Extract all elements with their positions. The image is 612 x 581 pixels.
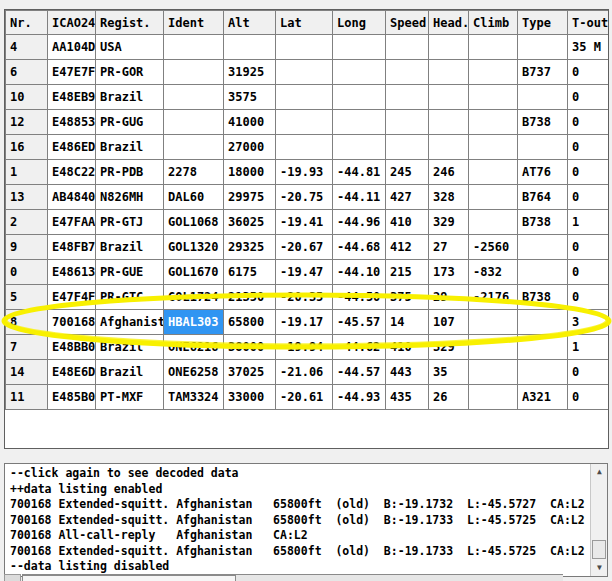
cell-long[interactable] <box>333 85 386 110</box>
cell-speed[interactable] <box>386 135 429 160</box>
cell-ident[interactable]: ONE6216 <box>164 335 224 360</box>
cell-lat[interactable]: -19.94 <box>276 335 333 360</box>
cell-lat[interactable]: -20.75 <box>276 185 333 210</box>
horizontal-scrollbar-thumb[interactable] <box>22 575 236 581</box>
cell-head[interactable]: 329 <box>429 210 469 235</box>
column-header-t-out[interactable]: T-out <box>568 11 609 35</box>
row-header[interactable]: 0 <box>6 260 48 285</box>
cell-lat[interactable] <box>276 60 333 85</box>
cell-ident[interactable]: GOL1724 <box>164 285 224 310</box>
cell-alt[interactable]: 41000 <box>224 110 276 135</box>
cell-regist[interactable]: Brazil <box>96 235 164 260</box>
cell-type[interactable]: B737 <box>518 60 568 85</box>
cell-alt[interactable]: 18000 <box>224 160 276 185</box>
cell-long[interactable] <box>333 60 386 85</box>
cell-t-out[interactable]: 0 <box>568 85 609 110</box>
cell-climb[interactable] <box>469 310 518 335</box>
cell-climb[interactable] <box>469 85 518 110</box>
log-vertical-scrollbar[interactable]: ▲ ▼ <box>590 464 607 576</box>
cell-t-out[interactable]: 0 <box>568 360 609 385</box>
cell-speed[interactable]: 443 <box>386 360 429 385</box>
cell-climb[interactable]: -2176 <box>469 285 518 310</box>
row-header[interactable]: 8 <box>6 310 48 335</box>
scroll-up-button[interactable]: ▲ <box>591 464 608 480</box>
cell-alt[interactable]: 33000 <box>224 385 276 410</box>
cell-long[interactable] <box>333 35 386 60</box>
cell-regist[interactable]: Brazil <box>96 360 164 385</box>
cell-ident[interactable]: ONE6258 <box>164 360 224 385</box>
cell-speed[interactable]: 410 <box>386 210 429 235</box>
cell-long[interactable]: -44.57 <box>333 360 386 385</box>
cell-speed[interactable]: 427 <box>386 185 429 210</box>
cell-lat[interactable]: -19.93 <box>276 160 333 185</box>
cell-head[interactable]: 26 <box>429 385 469 410</box>
cell-alt[interactable]: 3575 <box>224 85 276 110</box>
row-header[interactable]: 1 <box>6 160 48 185</box>
cell-long[interactable]: -44.68 <box>333 235 386 260</box>
cell-icao24[interactable]: E47F4F <box>48 285 96 310</box>
cell-alt[interactable]: 21350 <box>224 285 276 310</box>
cell-climb[interactable] <box>469 185 518 210</box>
cell-alt[interactable]: 27000 <box>224 135 276 160</box>
cell-t-out[interactable]: 0 <box>568 160 609 185</box>
cell-ident[interactable]: DAL60 <box>164 185 224 210</box>
cell-alt[interactable]: 37025 <box>224 360 276 385</box>
cell-type[interactable] <box>518 135 568 160</box>
cell-head[interactable]: 246 <box>429 160 469 185</box>
cell-alt[interactable]: 29325 <box>224 235 276 260</box>
cell-speed[interactable]: 245 <box>386 160 429 185</box>
cell-lat[interactable]: -20.67 <box>276 235 333 260</box>
cell-regist[interactable]: N826MH <box>96 185 164 210</box>
cell-climb[interactable] <box>469 210 518 235</box>
cell-ident[interactable]: HBAL303 <box>164 310 224 335</box>
cell-alt[interactable]: 6175 <box>224 260 276 285</box>
cell-icao24[interactable]: AB4840 <box>48 185 96 210</box>
row-header[interactable]: 4 <box>6 35 48 60</box>
cell-head[interactable] <box>429 60 469 85</box>
cell-ident[interactable]: TAM3324 <box>164 385 224 410</box>
column-header-speed[interactable]: Speed <box>386 11 429 35</box>
cell-long[interactable]: -44.50 <box>333 285 386 310</box>
cell-head[interactable] <box>429 85 469 110</box>
cell-regist[interactable]: PT-MXF <box>96 385 164 410</box>
cell-type[interactable]: AT76 <box>518 160 568 185</box>
column-header-long[interactable]: Long <box>333 11 386 35</box>
cell-speed[interactable]: 215 <box>386 260 429 285</box>
cell-regist[interactable]: Afghanistan <box>96 310 164 335</box>
cell-icao24[interactable]: E48853 <box>48 110 96 135</box>
cell-ident[interactable]: 2278 <box>164 160 224 185</box>
row-header[interactable]: 5 <box>6 285 48 310</box>
cell-speed[interactable] <box>386 85 429 110</box>
row-header[interactable]: 16 <box>6 135 48 160</box>
cell-icao24[interactable]: E485B0 <box>48 385 96 410</box>
cell-head[interactable] <box>429 110 469 135</box>
cell-long[interactable]: -44.10 <box>333 260 386 285</box>
cell-t-out[interactable]: 0 <box>568 235 609 260</box>
cell-speed[interactable]: 435 <box>386 385 429 410</box>
cell-icao24[interactable]: E48BB0 <box>48 335 96 360</box>
log-console[interactable]: --click again to see decoded data++data … <box>4 463 608 577</box>
cell-type[interactable] <box>518 335 568 360</box>
cell-type[interactable]: B738 <box>518 285 568 310</box>
cell-climb[interactable] <box>469 360 518 385</box>
cell-lat[interactable] <box>276 85 333 110</box>
cell-climb[interactable] <box>469 385 518 410</box>
cell-regist[interactable]: Brazil <box>96 85 164 110</box>
cell-lat[interactable] <box>276 35 333 60</box>
cell-icao24[interactable]: E47E7F <box>48 60 96 85</box>
cell-climb[interactable] <box>469 160 518 185</box>
cell-head[interactable]: 35 <box>429 360 469 385</box>
aircraft-table[interactable]: Nr.ICAO24Regist.IdentAltLatLongSpeedHead… <box>4 9 609 449</box>
cell-ident[interactable] <box>164 60 224 85</box>
cell-ident[interactable]: GOL1320 <box>164 235 224 260</box>
cell-lat[interactable]: -21.06 <box>276 360 333 385</box>
cell-icao24[interactable]: E48FB7 <box>48 235 96 260</box>
cell-alt[interactable] <box>224 35 276 60</box>
row-header[interactable]: 7 <box>6 335 48 360</box>
cell-t-out[interactable]: 0 <box>568 110 609 135</box>
cell-long[interactable]: -44.96 <box>333 210 386 235</box>
cell-type[interactable]: B764 <box>518 185 568 210</box>
horizontal-scrollbar[interactable] <box>22 574 563 581</box>
cell-t-out[interactable]: 0 <box>568 135 609 160</box>
cell-alt[interactable]: 65800 <box>224 310 276 335</box>
